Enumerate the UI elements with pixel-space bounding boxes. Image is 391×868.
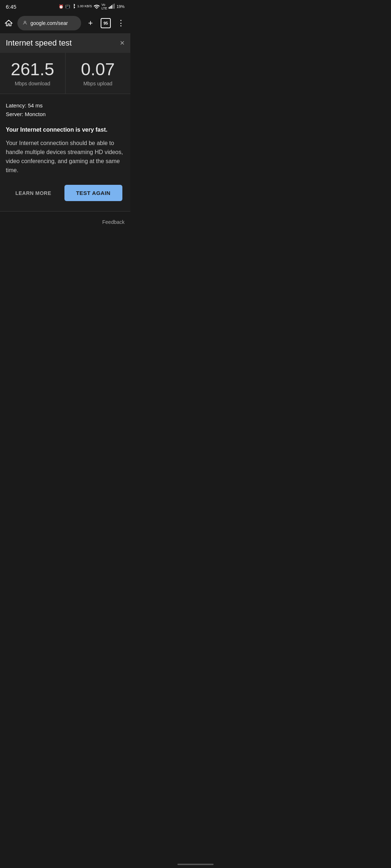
security-icon	[22, 20, 28, 26]
server-value: Moncton	[25, 111, 46, 117]
battery-status: 19%	[117, 4, 125, 9]
volte-icon: VoLTE	[101, 3, 107, 10]
action-buttons: LEARN MORE TEST AGAIN	[6, 185, 125, 201]
download-result: 261.5 Mbps download	[0, 53, 66, 94]
details-section: Latency: 54 ms Server: Moncton Your Inte…	[0, 94, 130, 212]
svg-rect-2	[111, 5, 112, 9]
learn-more-button[interactable]: LEARN MORE	[8, 185, 58, 201]
bluetooth-icon	[72, 3, 76, 10]
status-bar: 6:45 ⏰ 📳 1.00 KB/S VoLTE	[0, 0, 130, 13]
new-tab-button[interactable]: +	[85, 17, 96, 29]
plus-icon: +	[88, 18, 93, 28]
svg-rect-4	[114, 4, 115, 9]
network-speed: 1.00 KB/S	[77, 5, 92, 8]
connection-summary: Your Internet connection is very fast.	[6, 126, 125, 134]
home-button[interactable]	[4, 18, 14, 28]
address-bar[interactable]: google.com/sear	[17, 16, 81, 30]
latency-value: 54 ms	[28, 102, 43, 109]
test-again-button[interactable]: TEST AGAIN	[64, 185, 122, 201]
search-header: Internet speed test ×	[0, 33, 130, 53]
browser-nav: google.com/sear + 95 ⋮	[0, 13, 130, 33]
vibrate-icon: 📳	[65, 4, 70, 9]
upload-result: 0.07 Mbps upload	[66, 53, 131, 94]
wifi-icon	[93, 4, 100, 9]
tabs-button[interactable]: 95	[100, 17, 112, 29]
more-icon: ⋮	[117, 18, 125, 28]
url-text: google.com/sear	[30, 20, 68, 26]
svg-point-5	[24, 21, 26, 23]
server-label: Server:	[6, 111, 23, 117]
bottom-area	[0, 233, 130, 377]
server-row: Server: Moncton	[6, 110, 125, 119]
upload-label: Mbps upload	[71, 81, 125, 86]
svg-rect-0	[109, 7, 110, 9]
feedback-area: Feedback	[0, 212, 130, 233]
svg-rect-1	[110, 6, 111, 9]
status-icons: ⏰ 📳 1.00 KB/S VoLTE	[59, 3, 125, 10]
feedback-link[interactable]: Feedback	[102, 219, 125, 225]
latency-server: Latency: 54 ms Server: Moncton	[6, 101, 125, 119]
latency-row: Latency: 54 ms	[6, 101, 125, 110]
upload-value: 0.07	[71, 60, 125, 79]
connection-description: Your Internet connection should be able …	[6, 139, 125, 175]
alarm-icon: ⏰	[59, 4, 64, 9]
speed-results: 261.5 Mbps download 0.07 Mbps upload	[0, 53, 130, 94]
download-value: 261.5	[6, 60, 59, 79]
close-button[interactable]: ×	[120, 38, 125, 48]
svg-rect-3	[113, 4, 114, 9]
search-title: Internet speed test	[6, 38, 72, 48]
signal-icon	[109, 4, 115, 9]
tabs-count-display: 95	[101, 18, 111, 28]
download-label: Mbps download	[6, 81, 59, 86]
latency-label: Latency:	[6, 102, 26, 109]
more-menu-button[interactable]: ⋮	[115, 17, 127, 29]
status-time: 6:45	[6, 4, 16, 10]
